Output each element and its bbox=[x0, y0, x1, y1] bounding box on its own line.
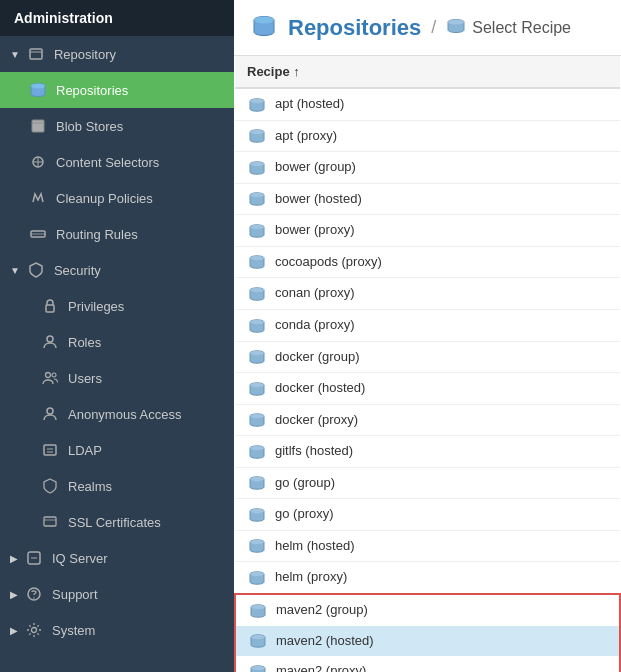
chevron-right-icon-support: ▶ bbox=[10, 589, 18, 600]
svg-point-67 bbox=[251, 665, 265, 669]
svg-point-35 bbox=[250, 161, 264, 165]
repositories-icon bbox=[28, 80, 48, 100]
svg-point-37 bbox=[250, 193, 264, 197]
svg-point-49 bbox=[250, 382, 264, 386]
table-row[interactable]: apt (hosted) bbox=[235, 88, 620, 120]
table-row[interactable]: bower (hosted) bbox=[235, 183, 620, 215]
svg-point-41 bbox=[250, 256, 264, 260]
sidebar-section-support[interactable]: ▶ Support bbox=[0, 576, 234, 612]
svg-rect-0 bbox=[30, 49, 42, 59]
recipe-table: Recipe ↑ apt (hosted)apt (proxy)bower (g… bbox=[234, 56, 621, 672]
table-row[interactable]: bower (proxy) bbox=[235, 215, 620, 247]
sidebar-item-routing-rules[interactable]: Routing Rules bbox=[0, 216, 234, 252]
svg-point-53 bbox=[250, 446, 264, 450]
table-row[interactable]: go (group) bbox=[235, 467, 620, 499]
repositories-header-icon bbox=[250, 14, 278, 41]
sidebar-item-roles[interactable]: Roles bbox=[0, 324, 234, 360]
sidebar-item-realms-label: Realms bbox=[68, 479, 112, 494]
sidebar-item-ssl-certificates-label: SSL Certificates bbox=[68, 515, 161, 530]
page-title: Repositories bbox=[288, 15, 421, 41]
main-header: Repositories / Select Recipe bbox=[234, 0, 621, 56]
table-row[interactable]: conda (proxy) bbox=[235, 309, 620, 341]
column-recipe[interactable]: Recipe ↑ bbox=[235, 56, 620, 88]
svg-point-57 bbox=[250, 509, 264, 513]
page-subtitle: Select Recipe bbox=[472, 19, 571, 37]
sidebar-section-security-label: Security bbox=[54, 263, 101, 278]
table-row[interactable]: conan (proxy) bbox=[235, 278, 620, 310]
svg-point-43 bbox=[250, 288, 264, 292]
sidebar-section-iq-server-label: IQ Server bbox=[52, 551, 108, 566]
sidebar-item-realms[interactable]: Realms bbox=[0, 468, 234, 504]
svg-point-61 bbox=[250, 572, 264, 576]
table-row[interactable]: docker (hosted) bbox=[235, 373, 620, 405]
breadcrumb-separator: / bbox=[431, 17, 436, 38]
svg-point-63 bbox=[251, 604, 265, 608]
chevron-right-icon-system: ▶ bbox=[10, 625, 18, 636]
chevron-right-icon-iq: ▶ bbox=[10, 553, 18, 564]
table-row[interactable]: docker (group) bbox=[235, 341, 620, 373]
svg-point-27 bbox=[254, 17, 274, 24]
sidebar-section-repository-label: Repository bbox=[54, 47, 116, 62]
svg-rect-11 bbox=[46, 305, 54, 312]
sidebar-item-repositories-label: Repositories bbox=[56, 83, 128, 98]
table-row[interactable]: helm (hosted) bbox=[235, 530, 620, 562]
routing-rules-icon bbox=[28, 224, 48, 244]
table-row[interactable]: bower (group) bbox=[235, 152, 620, 184]
svg-point-33 bbox=[250, 130, 264, 134]
table-row[interactable]: cocoapods (proxy) bbox=[235, 246, 620, 278]
svg-point-15 bbox=[47, 408, 53, 414]
table-row[interactable]: go (proxy) bbox=[235, 499, 620, 531]
sidebar-section-security[interactable]: ▼ Security bbox=[0, 252, 234, 288]
privileges-icon bbox=[40, 296, 60, 316]
sidebar-item-privileges-label: Privileges bbox=[68, 299, 124, 314]
svg-point-39 bbox=[250, 225, 264, 229]
security-icon bbox=[26, 260, 46, 280]
sidebar-section-repository[interactable]: ▼ Repository bbox=[0, 36, 234, 72]
sidebar-item-users[interactable]: Users bbox=[0, 360, 234, 396]
table-row[interactable]: gitlfs (hosted) bbox=[235, 436, 620, 468]
ldap-icon bbox=[40, 440, 60, 460]
sidebar-item-ldap[interactable]: LDAP bbox=[0, 432, 234, 468]
table-row[interactable]: maven2 (proxy) bbox=[235, 656, 620, 672]
recipe-table-container[interactable]: Recipe ↑ apt (hosted)apt (proxy)bower (g… bbox=[234, 56, 621, 672]
svg-point-45 bbox=[250, 319, 264, 323]
svg-point-29 bbox=[448, 20, 464, 25]
sidebar-item-anonymous-access[interactable]: Anonymous Access bbox=[0, 396, 234, 432]
sidebar-header: Administration bbox=[0, 0, 234, 36]
sidebar-section-iq-server[interactable]: ▶ IQ Server bbox=[0, 540, 234, 576]
sidebar-item-blob-stores[interactable]: Blob Stores bbox=[0, 108, 234, 144]
sidebar-item-privileges[interactable]: Privileges bbox=[0, 288, 234, 324]
table-row[interactable]: maven2 (group) bbox=[235, 594, 620, 626]
sidebar-item-ssl-certificates[interactable]: SSL Certificates bbox=[0, 504, 234, 540]
realms-icon bbox=[40, 476, 60, 496]
sidebar-item-routing-rules-label: Routing Rules bbox=[56, 227, 138, 242]
repository-icon bbox=[26, 44, 46, 64]
sidebar-item-repositories[interactable]: Repositories bbox=[0, 72, 234, 108]
table-row[interactable]: maven2 (hosted) bbox=[235, 626, 620, 657]
iq-server-icon bbox=[24, 548, 44, 568]
table-row[interactable]: helm (proxy) bbox=[235, 562, 620, 594]
chevron-down-icon: ▼ bbox=[10, 49, 20, 60]
sidebar-section-system[interactable]: ▶ System bbox=[0, 612, 234, 648]
sidebar-section-support-label: Support bbox=[52, 587, 98, 602]
support-icon bbox=[24, 584, 44, 604]
sidebar-item-cleanup-policies[interactable]: Cleanup Policies bbox=[0, 180, 234, 216]
recipe-icon bbox=[446, 17, 466, 38]
svg-point-13 bbox=[46, 373, 51, 378]
sidebar-item-blob-stores-label: Blob Stores bbox=[56, 119, 123, 134]
anonymous-icon bbox=[40, 404, 60, 424]
svg-point-55 bbox=[250, 477, 264, 481]
svg-rect-4 bbox=[32, 120, 44, 132]
table-row[interactable]: apt (proxy) bbox=[235, 120, 620, 152]
svg-point-47 bbox=[250, 351, 264, 355]
sidebar-item-users-label: Users bbox=[68, 371, 102, 386]
roles-icon bbox=[40, 332, 60, 352]
sidebar: Administration ▼ Repository Repositories… bbox=[0, 0, 234, 672]
sidebar-item-content-selectors-label: Content Selectors bbox=[56, 155, 159, 170]
users-icon bbox=[40, 368, 60, 388]
sidebar-item-content-selectors[interactable]: Content Selectors bbox=[0, 144, 234, 180]
svg-point-3 bbox=[31, 84, 45, 89]
table-row[interactable]: docker (proxy) bbox=[235, 404, 620, 436]
sidebar-item-roles-label: Roles bbox=[68, 335, 101, 350]
blob-stores-icon bbox=[28, 116, 48, 136]
